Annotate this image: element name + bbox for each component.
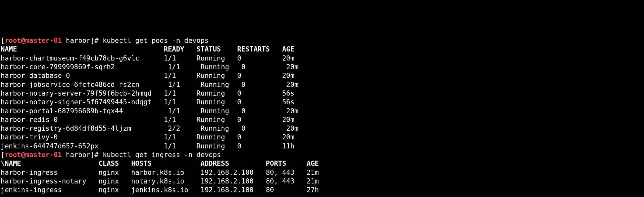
col-status: STATUS [196,45,221,53]
table-row: harbor-ingress-notary nginx notary.k8s.i… [1,177,319,185]
ingress-header: \NAME CLASS HOSTS ADDRESS PORTS AGE [1,160,319,167]
table-row: jenkins-ingress nginx jenkins.k8s.io 192… [1,186,319,194]
col-age: AGE [307,160,319,167]
prompt-line-1[interactable]: [root@master-01 harbor]# kubectl get pod… [1,37,209,44]
col-ready: READY [164,45,184,53]
table-row: harbor-redis-0 1/1 Running 0 20m [1,116,294,124]
table-row: harbor-database-0 1/1 Running 0 20m [1,72,294,80]
pods-header: NAME READY STATUS RESTARTS AGE [1,45,294,53]
table-row: harbor-notary-server-79f59f6bcb-2hmqd 1/… [1,89,294,97]
table-row: harbor-registry-6d84df8d55-4ljzm 2/2 Run… [1,125,298,132]
col-age: AGE [282,45,294,53]
table-row: harbor-ingress nginx harbor.k8s.io 192.1… [1,169,319,176]
col-ports: PORTS [266,160,286,167]
col-restarts: RESTARTS [237,45,270,53]
terminal-output: [root@master-01 harbor]# kubectl get pod… [1,36,643,194]
col-address: ADDRESS [201,160,229,167]
command-2: kubectl get ingress -n devops [103,151,221,159]
prompt-line-2[interactable]: [root@master-01 harbor]# kubectl get ing… [1,151,221,159]
table-row: jenkins-644747d657-652px 1/1 Running 0 1… [1,142,294,150]
col-name: \NAME [1,160,21,167]
table-row: harbor-jobservice-6fcfc486cd-fs2cn 1/1 R… [1,81,298,89]
command-1: kubectl get pods -n devops [103,37,209,44]
table-row: harbor-notary-signer-5f67499445-ndqgt 1/… [1,98,294,106]
table-row: harbor-portal-687956689b-tqx44 1/1 Runni… [1,107,298,115]
col-class: CLASS [98,160,119,167]
table-row: harbor-chartmuseum-f49cb78cb-g6vlc 1/1 R… [1,54,294,62]
col-name: NAME [1,45,17,53]
table-row: harbor-core-799999869f-sqrh2 1/1 Running… [1,63,298,71]
table-row: harbor-trivy-0 1/1 Running 0 20m [1,133,294,141]
col-hosts: HOSTS [131,160,152,167]
